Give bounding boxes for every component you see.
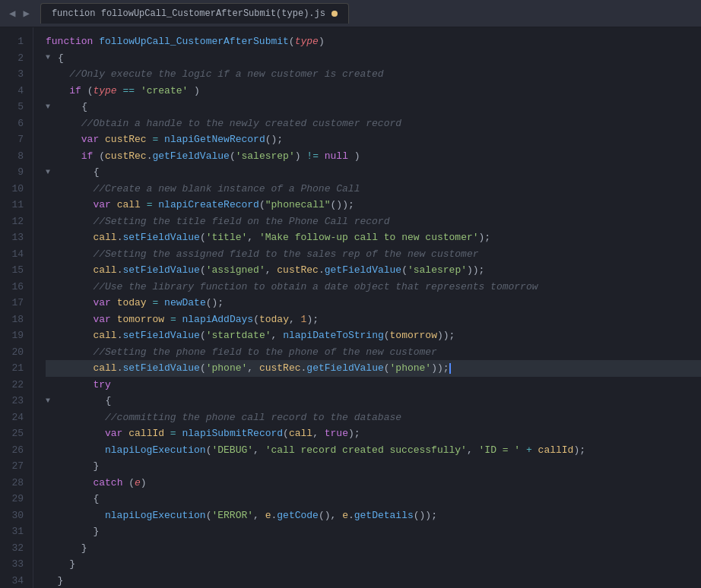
token-fold: ▼	[46, 166, 55, 179]
token-plain	[520, 442, 526, 458]
token-punc: .	[301, 360, 307, 376]
token-plain: }	[46, 523, 99, 539]
line-number-5: 5	[6, 99, 24, 115]
token-var-name: call	[93, 360, 116, 376]
token-plain: (	[122, 475, 135, 491]
editor-tab[interactable]: function followUpCall_CustomerAfterSubmi…	[40, 3, 349, 24]
token-plain	[46, 442, 105, 458]
token-fn: setFieldValue	[122, 360, 199, 376]
code-line-9: ▼ {	[46, 164, 701, 181]
token-punc: );	[573, 442, 585, 458]
line-number-13: 13	[6, 229, 24, 246]
token-plain	[46, 425, 105, 441]
line-number-29: 29	[6, 491, 24, 507]
token-punc: ,	[467, 442, 479, 458]
token-plain	[46, 507, 105, 523]
nav-forward[interactable]: ▶	[20, 5, 32, 21]
token-punc: ,	[265, 262, 278, 278]
token-plain	[158, 131, 164, 147]
token-kw: if	[69, 83, 81, 99]
token-plain	[46, 197, 93, 213]
code-line-2: ▼ {	[46, 50, 701, 67]
token-var-name: custRec	[277, 262, 319, 278]
token-punc: .	[271, 507, 277, 523]
code-line-32: }	[46, 540, 701, 557]
token-fn: nlapiCreateRecord	[158, 197, 259, 213]
token-punc: {	[58, 50, 64, 66]
token-plain	[147, 131, 153, 147]
token-plain	[147, 295, 153, 311]
line-number-30: 30	[6, 507, 24, 524]
code-line-7: var custRec = nlapiGetNewRecord();	[46, 131, 701, 148]
token-punc: (	[259, 197, 265, 213]
code-line-34: }	[46, 573, 701, 589]
token-punc: (	[283, 425, 289, 441]
token-comment: //committing the phone call record to th…	[46, 409, 401, 425]
token-punc: ,	[289, 311, 301, 327]
token-comment: //Setting the phone field to the phone o…	[46, 344, 437, 360]
line-number-28: 28	[6, 475, 24, 492]
token-punc: ()	[265, 131, 278, 147]
token-fn: followUpCall_CustomerAfterSubmit	[99, 33, 289, 49]
token-plain: {	[46, 491, 99, 507]
token-kw: null	[325, 148, 348, 164]
nav-back[interactable]: ◀	[6, 5, 18, 21]
token-fn: nlapiLogExecution	[105, 442, 206, 458]
token-plain	[532, 442, 538, 458]
token-plain	[176, 311, 182, 327]
code-line-20: //Setting the phone field to the phone o…	[46, 344, 701, 361]
token-punc: (	[206, 507, 212, 523]
line-number-34: 34	[6, 573, 24, 589]
token-op: +	[526, 442, 532, 458]
line-number-23: 23	[6, 393, 24, 409]
token-punc: ,	[247, 229, 259, 245]
line-number-15: 15	[6, 262, 24, 279]
token-plain: }	[46, 556, 75, 572]
code-line-5: ▼ {	[46, 99, 701, 115]
token-punc: (	[230, 148, 236, 164]
line-number-6: 6	[6, 115, 24, 132]
line-number-10: 10	[6, 181, 24, 198]
line-number-20: 20	[6, 344, 24, 361]
code-line-6: //Obtain a handle to the newly created c…	[46, 115, 701, 132]
token-op: =	[147, 197, 153, 213]
token-fn: newDate	[164, 295, 206, 311]
token-plain	[46, 327, 93, 343]
tab-filename: function followUpCall_CustomerAfterSubmi…	[52, 8, 325, 19]
token-plain	[141, 197, 147, 213]
token-comment: //Create a new blank instance of a Phone…	[46, 181, 360, 197]
token-var-name: callId	[538, 442, 574, 458]
token-plain	[117, 83, 123, 99]
token-op: =	[170, 311, 176, 327]
token-punc: ,	[247, 360, 259, 376]
token-kw: true	[325, 425, 348, 441]
token-var-name: call	[117, 197, 141, 213]
token-punc: (	[401, 262, 408, 278]
code-content[interactable]: function followUpCall_CustomerAfterSubmi…	[33, 27, 701, 588]
token-str: 'phone'	[390, 360, 432, 376]
token-punc: (	[200, 360, 206, 376]
code-line-3: //Only execute the logic if a new custom…	[46, 66, 701, 83]
token-comment: //Setting the assigned field to the sale…	[46, 246, 479, 262]
token-punc: (),	[319, 507, 342, 523]
token-punc: );	[306, 311, 319, 327]
token-kw: try	[93, 377, 110, 393]
token-str: 'ID = '	[479, 442, 521, 458]
code-line-33: }	[46, 556, 701, 573]
token-comment: //Use the library function to obtain a d…	[46, 279, 538, 295]
token-param: type	[295, 33, 319, 49]
token-plain	[135, 83, 141, 99]
line-number-18: 18	[6, 311, 24, 328]
token-punc: ;	[277, 131, 283, 147]
token-comment: //Obtain a handle to the newly created c…	[46, 115, 401, 131]
token-var-name: call	[93, 327, 116, 343]
token-punc: ));	[431, 360, 449, 376]
token-punc: .	[117, 229, 123, 245]
token-var-name: custRec	[105, 131, 147, 147]
token-fold: ▼	[46, 101, 55, 114]
token-punc: .	[117, 262, 123, 278]
line-number-32: 32	[6, 540, 24, 557]
line-number-9: 9	[6, 164, 24, 181]
token-plain	[46, 131, 81, 147]
token-op: =	[152, 131, 158, 147]
